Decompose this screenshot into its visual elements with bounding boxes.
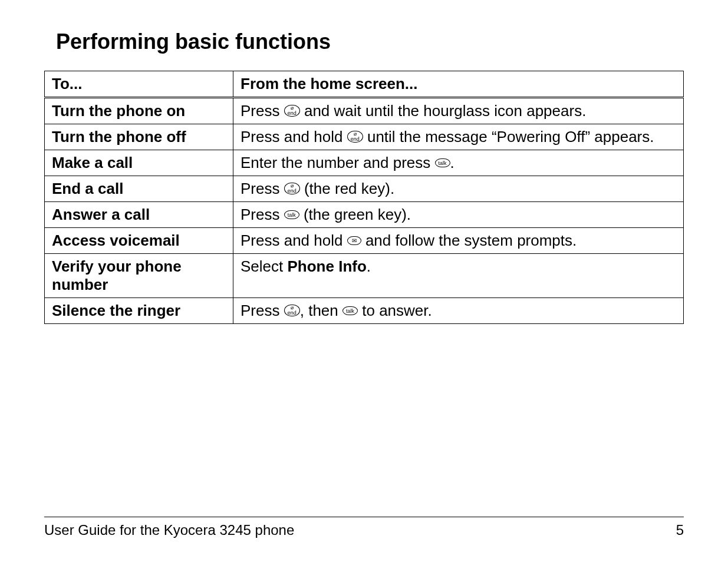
talk-key-icon	[342, 306, 358, 315]
instruction-text: Press	[241, 180, 284, 197]
instruction-text: (the red key).	[300, 180, 394, 197]
end-key-icon	[284, 105, 300, 116]
col-header-to: To...	[45, 71, 233, 98]
row-label: Verify your phone number	[45, 254, 233, 298]
instruction-text: Press	[241, 102, 284, 120]
end-key-icon	[284, 305, 300, 316]
end-key-icon	[284, 183, 300, 194]
table-row: Access voicemailPress and hold and follo…	[45, 228, 684, 254]
table-row: Turn the phone onPress and wait until th…	[45, 98, 684, 124]
table-row: Answer a callPress (the green key).	[45, 202, 684, 228]
row-instruction: Press and hold until the message “Poweri…	[233, 124, 684, 150]
footer-page-number: 5	[676, 522, 684, 538]
instruction-text: .	[367, 257, 371, 275]
table-row: Silence the ringerPress , then to answer…	[45, 298, 684, 324]
talk-key-icon	[435, 158, 450, 167]
row-instruction: Enter the number and press .	[233, 150, 684, 176]
table-header-row: To... From the home screen...	[45, 71, 684, 98]
page-footer: User Guide for the Kyocera 3245 phone 5	[44, 517, 684, 538]
end-key-icon	[347, 131, 363, 142]
instruction-text: until the message “Powering Off” appears…	[363, 128, 654, 146]
instruction-text: and follow the system prompts.	[361, 232, 577, 249]
instruction-text: Select	[241, 257, 288, 275]
instruction-text: to answer.	[358, 302, 432, 319]
instruction-text: Press and hold	[241, 232, 347, 249]
table-row: Verify your phone numberSelect Phone Inf…	[45, 254, 684, 298]
table-row: Make a callEnter the number and press .	[45, 150, 684, 176]
row-instruction: Press and wait until the hourglass icon …	[233, 98, 684, 124]
table-row: End a callPress (the red key).	[45, 176, 684, 202]
section-title: Performing basic functions	[44, 29, 684, 54]
instruction-text: Press	[241, 206, 284, 223]
table-row: Turn the phone offPress and hold until t…	[45, 124, 684, 150]
row-instruction: Press and hold and follow the system pro…	[233, 228, 684, 254]
row-label: Make a call	[45, 150, 233, 176]
row-label: Turn the phone on	[45, 98, 233, 124]
row-instruction: Press (the green key).	[233, 202, 684, 228]
col-header-from: From the home screen...	[233, 71, 684, 98]
footer-left: User Guide for the Kyocera 3245 phone	[44, 522, 294, 538]
instruction-bold: Phone Info	[288, 257, 367, 275]
row-label: Answer a call	[45, 202, 233, 228]
functions-table: To... From the home screen... Turn the p…	[44, 71, 684, 324]
row-label: Turn the phone off	[45, 124, 233, 150]
instruction-text: (the green key).	[299, 206, 411, 223]
row-label: Access voicemail	[45, 228, 233, 254]
instruction-text: , then	[300, 302, 342, 319]
row-instruction: Press , then to answer.	[233, 298, 684, 324]
instruction-text: Enter the number and press	[241, 154, 435, 171]
instruction-text: Press and hold	[241, 128, 347, 146]
vm-key-icon	[347, 236, 361, 245]
instruction-text: and wait until the hourglass icon appear…	[300, 102, 587, 120]
row-label: End a call	[45, 176, 233, 202]
row-instruction: Select Phone Info.	[233, 254, 684, 298]
row-instruction: Press (the red key).	[233, 176, 684, 202]
row-label: Silence the ringer	[45, 298, 233, 324]
instruction-text: Press	[241, 302, 284, 319]
talk-key-icon	[284, 210, 299, 219]
instruction-text: .	[450, 154, 454, 171]
